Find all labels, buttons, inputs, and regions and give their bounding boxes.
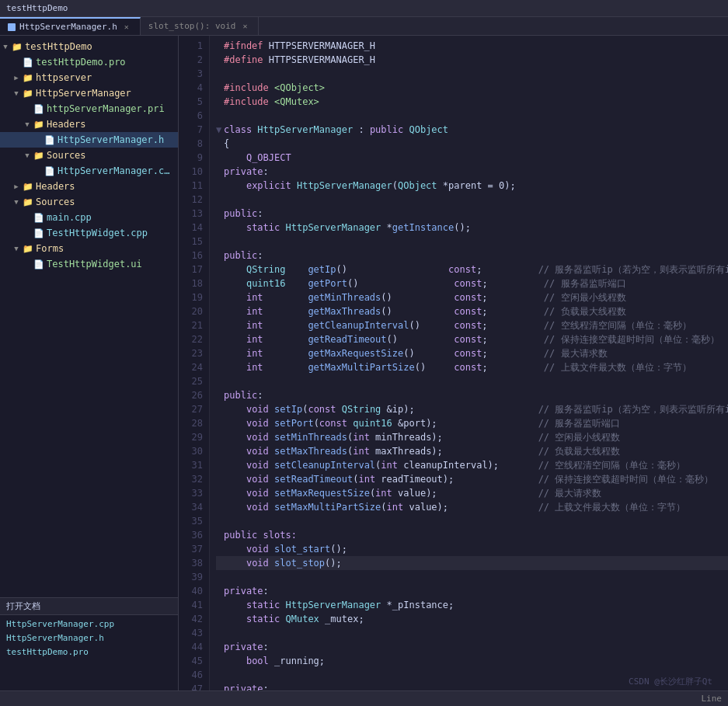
line-num-17: 17 — [185, 263, 203, 276]
tree-icon-headers-sub: 📁 — [33, 120, 45, 130]
line-num-6: 6 — [185, 109, 203, 123]
tree-icon-root: 📁 — [11, 42, 23, 52]
code-line-8: { — [216, 137, 728, 151]
line-num-19: 19 — [185, 290, 203, 304]
line-num-46: 46 — [185, 668, 203, 682]
tree-arrow-root: ▼ — [0, 43, 11, 50]
tree-icon-pro: 📄 — [22, 57, 34, 68]
tree-arrow-headers-top: ▶ — [11, 183, 22, 190]
tree-icon-main-cpp: 📄 — [33, 213, 45, 223]
code-content: #ifndef HTTPSERVERMANAGER_H#define HTTPS… — [210, 36, 728, 690]
tree-label-ui-file: TestHttpWidget.ui — [47, 259, 142, 270]
tree-icon-sources-top: 📁 — [22, 197, 34, 207]
sidebar-item-widget-cpp[interactable]: 📄TestHttpWidget.cpp — [0, 225, 178, 241]
sidebar-tree[interactable]: ▼📁testHttpDemo📄testHttpDemo.pro▶📁httpser… — [0, 36, 178, 597]
line-num-25: 25 — [185, 374, 203, 388]
code-container[interactable]: 1234567891011121314151617181920212223242… — [179, 36, 728, 690]
line-num-23: 23 — [185, 346, 203, 360]
code-line-20: int getMaxThreads() const; // 负载最大线程数 — [216, 304, 728, 318]
line-num-37: 37 — [185, 542, 203, 556]
code-line-36: public slots: — [216, 528, 728, 542]
tree-icon-h-file: 📄 — [44, 135, 56, 145]
sidebar-item-h-file[interactable]: 📄HttpServerManager.h — [0, 132, 178, 148]
open-doc-item-0[interactable]: HttpServerManager.cpp — [0, 617, 178, 631]
sidebar-item-headers-sub[interactable]: ▼📁Headers — [0, 117, 178, 132]
fold-arrow-7[interactable]: ▼ — [216, 123, 224, 137]
tree-icon-sources-sub: 📁 — [33, 151, 45, 161]
code-line-35 — [216, 514, 728, 528]
tree-icon-httpservermanager: 📁 — [22, 89, 34, 99]
tree-label-pri: httpServerManager.pri — [47, 103, 165, 114]
line-num-35: 35 — [185, 514, 203, 528]
tree-icon-forms: 📁 — [22, 244, 34, 254]
code-line-26: public: — [216, 388, 728, 402]
line-num-47: 47 — [185, 682, 203, 690]
line-num-34: 34 — [185, 500, 203, 514]
tree-icon-httpserver: 📁 — [22, 73, 34, 83]
tab-h-close[interactable]: ✕ — [121, 22, 132, 33]
line-num-4: 4 — [185, 81, 203, 95]
open-doc-item-2[interactable]: testHttpDemo.pro — [0, 645, 178, 659]
code-line-18: quint16 getPort() const; // 服务器监听端口 — [216, 276, 728, 290]
code-line-9: Q_OBJECT — [216, 151, 728, 165]
line-num-22: 22 — [185, 332, 203, 346]
line-num-16: 16 — [185, 249, 203, 263]
sidebar-item-pri[interactable]: 📄httpServerManager.pri — [0, 101, 178, 117]
sidebar-item-httpserver[interactable]: ▶📁httpserver — [0, 70, 178, 85]
sidebar-item-forms[interactable]: ▼📁Forms — [0, 241, 178, 256]
code-line-16: public: — [216, 249, 728, 263]
code-line-2: #define HTTPSERVERMANAGER_H — [216, 53, 728, 67]
tree-label-root: testHttpDemo — [25, 41, 92, 52]
code-line-30: void setMaxThreads(int maxThreads); // 负… — [216, 444, 728, 458]
tree-label-pro: testHttpDemo.pro — [36, 57, 126, 68]
tab-slot-file[interactable]: slot_stop(): void ✕ — [141, 17, 260, 35]
editor-area: 1234567891011121314151617181920212223242… — [179, 36, 728, 690]
line-num-20: 20 — [185, 304, 203, 318]
sidebar-item-cpp-file[interactable]: 📄HttpServerManager.cpp — [0, 163, 178, 179]
sidebar-item-sources-sub[interactable]: ▼📁Sources — [0, 148, 178, 163]
line-num-36: 36 — [185, 528, 203, 542]
open-doc-item-1[interactable]: HttpServerManager.h — [0, 631, 178, 645]
sidebar-item-headers-top[interactable]: ▶📁Headers — [0, 179, 178, 194]
code-line-5: #include <QMutex> — [216, 95, 728, 109]
line-num-15: 15 — [185, 235, 203, 249]
sidebar-item-httpservermanager[interactable]: ▼📁HttpServerManager — [0, 85, 178, 101]
tree-label-sources-sub: Sources — [47, 150, 86, 161]
sidebar-item-pro[interactable]: 📄testHttpDemo.pro — [0, 54, 178, 70]
line-num-44: 44 — [185, 640, 203, 654]
line-num-28: 28 — [185, 416, 203, 430]
code-line-22: int getReadTimeout() const; // 保持连接空载超时时… — [216, 332, 728, 346]
sidebar-item-main-cpp[interactable]: 📄main.cpp — [0, 210, 178, 225]
tab-slot-label: slot_stop(): void — [148, 21, 236, 31]
line-num-5: 5 — [185, 95, 203, 109]
code-line-10: private: — [216, 165, 728, 179]
line-num-40: 40 — [185, 584, 203, 598]
tree-icon-cpp-file: 📄 — [44, 166, 56, 176]
code-line-28: void setPort(const quint16 &port); // 服务… — [216, 416, 728, 430]
sidebar-item-ui-file[interactable]: 📄TestHttpWidget.ui — [0, 256, 178, 272]
code-line-4: #include <QObject> — [216, 81, 728, 95]
line-numbers: 1234567891011121314151617181920212223242… — [179, 36, 210, 690]
code-line-40: private: — [216, 584, 728, 598]
tree-arrow-forms: ▼ — [11, 245, 22, 252]
status-line: Line — [702, 694, 723, 704]
line-num-38: 38 — [185, 556, 203, 570]
code-line-38: void slot_stop(); — [216, 556, 728, 570]
line-num-8: 8 — [185, 137, 203, 151]
tab-slot-close[interactable]: ✕ — [239, 21, 250, 32]
line-num-26: 26 — [185, 388, 203, 402]
line-num-3: 3 — [185, 67, 203, 81]
line-num-45: 45 — [185, 654, 203, 668]
sidebar-item-root[interactable]: ▼📁testHttpDemo — [0, 39, 178, 54]
code-line-41: static HttpServerManager *_pInstance; — [216, 598, 728, 612]
sidebar-item-sources-top[interactable]: ▼📁Sources — [0, 194, 178, 210]
tree-label-sources-top: Sources — [36, 196, 75, 207]
tab-h-file[interactable]: HttpServerManager.h ✕ — [0, 17, 141, 35]
code-line-43 — [216, 626, 728, 640]
sidebar-bottom-header: 打开文档 — [0, 598, 178, 615]
line-num-42: 42 — [185, 612, 203, 626]
line-num-30: 30 — [185, 444, 203, 458]
title-bar: testHttpDemo — [0, 0, 728, 17]
code-line-23: int getMaxRequestSize() const; // 最大请求数 — [216, 346, 728, 360]
tree-icon-ui-file: 📄 — [33, 259, 45, 270]
